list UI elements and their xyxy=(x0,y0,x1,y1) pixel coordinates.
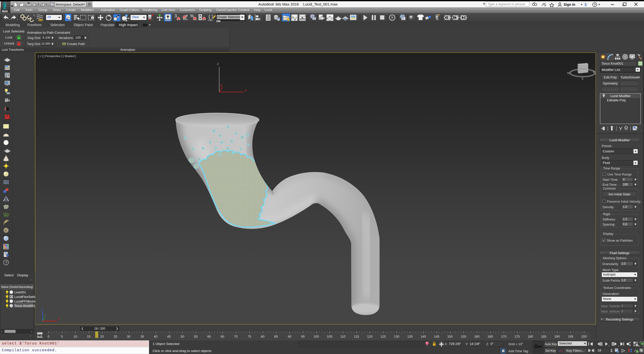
svg-text:0: 0 xyxy=(48,335,49,338)
svg-text:200: 200 xyxy=(581,335,587,338)
svg-text:LucidPFMesher: LucidPFMesher xyxy=(14,299,35,303)
svg-text:x: x xyxy=(245,88,247,92)
svg-text:60: 60 xyxy=(207,335,211,338)
svg-text:?: ? xyxy=(391,16,393,20)
svg-text:85: 85 xyxy=(274,335,278,338)
svg-text:50: 50 xyxy=(181,335,184,338)
svg-text:[ + ] [ Perspective ] [ Shad: [ + ] [ Perspective ] [ Shaded ] xyxy=(38,55,76,58)
svg-text:105: 105 xyxy=(327,335,332,338)
svg-text:?: ? xyxy=(594,3,596,7)
svg-text:150: 150 xyxy=(447,335,453,338)
svg-text:140: 140 xyxy=(421,335,426,338)
svg-text:3: 3 xyxy=(174,14,177,18)
svg-text:120: 120 xyxy=(367,335,373,338)
svg-text:y: y xyxy=(220,82,222,87)
svg-text:%: % xyxy=(190,14,194,18)
svg-text:?: ? xyxy=(5,260,8,264)
svg-text:HF: HF xyxy=(4,222,7,225)
svg-text:S: S xyxy=(581,77,583,80)
svg-text:Torus Knot001: Torus Knot001 xyxy=(14,304,35,308)
svg-text:W: W xyxy=(567,71,570,75)
svg-text:5: 5 xyxy=(61,335,63,338)
svg-text:25: 25 xyxy=(114,335,117,338)
svg-text:180: 180 xyxy=(528,335,533,338)
svg-text:185: 185 xyxy=(541,335,546,338)
svg-text:Y: Y xyxy=(44,314,46,318)
svg-text:175: 175 xyxy=(514,335,520,338)
svg-text:130: 130 xyxy=(394,335,399,338)
svg-text:190: 190 xyxy=(554,335,560,338)
svg-text:135: 135 xyxy=(407,335,413,338)
svg-text:155: 155 xyxy=(461,335,466,338)
svg-text:55: 55 xyxy=(194,335,198,338)
svg-text:95: 95 xyxy=(301,335,305,338)
svg-text:z: z xyxy=(217,61,219,66)
svg-text:160: 160 xyxy=(474,335,480,338)
svg-text:z: z xyxy=(41,307,43,311)
svg-text:195: 195 xyxy=(568,335,573,338)
svg-text:MAX: MAX xyxy=(2,10,8,13)
svg-text:X: X xyxy=(584,2,587,7)
svg-text:40: 40 xyxy=(154,335,157,338)
svg-text:125: 125 xyxy=(380,335,386,338)
svg-text:x: x xyxy=(58,317,60,321)
svg-text:75: 75 xyxy=(248,335,251,338)
svg-text:FRONT: FRONT xyxy=(579,68,586,70)
svg-text:LucidFlexSettin: LucidFlexSettin xyxy=(14,295,35,299)
svg-text:110: 110 xyxy=(340,335,346,338)
svg-text:E: E xyxy=(593,70,595,74)
svg-text:90: 90 xyxy=(288,335,291,338)
svg-text:170: 170 xyxy=(501,335,507,338)
svg-text:80: 80 xyxy=(261,335,264,338)
svg-text:145: 145 xyxy=(434,335,439,338)
svg-text:20: 20 xyxy=(100,335,104,338)
svg-text:165: 165 xyxy=(487,335,493,338)
svg-text:15: 15 xyxy=(87,335,90,338)
svg-text:70: 70 xyxy=(234,335,238,338)
svg-text:Line001: Line001 xyxy=(14,290,26,294)
svg-text:115: 115 xyxy=(354,335,359,338)
svg-text:45: 45 xyxy=(167,335,171,338)
svg-text:Sign In: Sign In xyxy=(564,3,575,7)
svg-text:100: 100 xyxy=(313,335,319,338)
svg-text:ABC: ABC xyxy=(208,19,213,21)
svg-text:35: 35 xyxy=(141,335,144,338)
svg-text:10: 10 xyxy=(74,335,77,338)
svg-text:30: 30 xyxy=(127,335,130,338)
svg-text:65: 65 xyxy=(221,335,224,338)
svg-text:0x: 0x xyxy=(5,230,7,232)
